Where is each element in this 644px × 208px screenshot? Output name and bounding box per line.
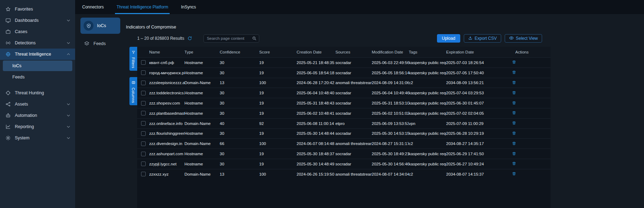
ioc-creation-date: 2024-06-28 17:20:42 <box>297 81 335 85</box>
delete-icon[interactable] <box>512 141 516 146</box>
row-checkbox[interactable] <box>141 101 146 106</box>
sidebar-item-threat-hunting[interactable]: Threat Hunting <box>0 87 75 99</box>
export-csv-button[interactable]: Export CSV <box>464 34 501 43</box>
sidebar-item-detections[interactable]: Detections <box>0 37 75 49</box>
table-row[interactable]: zzzsleepisnicezzz.ar Domain-Name 13 100 … <box>137 78 551 88</box>
sidebar-item-system[interactable]: System <box>0 132 75 144</box>
ioc-type: Hostname <box>184 162 220 166</box>
row-checkbox[interactable] <box>141 131 146 136</box>
subnav-item-iocs[interactable]: IoCs <box>80 18 120 34</box>
ioc-creation-date: 2025-05-30 18:48:37 <box>297 152 335 156</box>
table-row[interactable]: zzz.onlineface.info Domain-Name 40 92 20… <box>137 118 551 128</box>
refresh-icon[interactable] <box>187 36 192 41</box>
ioc-confidence: 13 <box>220 172 259 176</box>
column-header-modification-date: Modification Date <box>372 50 409 54</box>
table-row[interactable]: zzz.plantbasedmaste Hostname 30 19 2025-… <box>137 108 551 118</box>
row-checkbox[interactable] <box>141 60 146 65</box>
row-checkbox-cell <box>137 131 149 136</box>
table-row[interactable]: квант-спб.рф Hostname 30 19 2025-05-21 1… <box>137 57 551 68</box>
row-checkbox[interactable] <box>141 172 146 176</box>
sidebar-item-reporting[interactable]: Reporting <box>0 121 75 132</box>
column-header-expiration-date: Expiration Date <box>446 50 509 54</box>
sidebar-item-favorites[interactable]: Favorites <box>0 4 75 15</box>
ioc-modification-date: 2025-06-04 10:49:46 <box>372 91 409 95</box>
tab-connectors[interactable]: Connectors <box>76 0 110 14</box>
filters-tab[interactable]: Filters <box>129 47 137 71</box>
ioc-score: 100 <box>259 81 297 85</box>
delete-icon[interactable] <box>512 111 516 115</box>
ioc-name: zzxxzz.xyz <box>149 172 184 176</box>
table-row[interactable]: zzz.shopesv.com Hostname 30 19 2025-05-3… <box>137 98 551 108</box>
select-view-button[interactable]: Select View <box>505 34 542 43</box>
upload-button-label: Upload <box>442 36 455 41</box>
delete-icon[interactable] <box>512 171 516 176</box>
delete-icon[interactable] <box>512 60 516 64</box>
table-row[interactable]: город-мичуринск.рф Hostname 30 19 2025-0… <box>137 68 551 78</box>
row-checkbox[interactable] <box>141 111 146 115</box>
table-row[interactable]: zzz.flourishinggreens Hostname 30 19 202… <box>137 128 551 139</box>
table-row[interactable]: zzz.divendesign.in Domain-Name 66 100 20… <box>137 138 551 149</box>
ioc-expiration-date: 2025-06-30 01:45:07 <box>446 101 509 105</box>
ioc-score: 19 <box>259 101 297 105</box>
columns-tab[interactable]: Columns <box>129 77 137 106</box>
table-body: квант-спб.рф Hostname 30 19 2025-05-21 1… <box>137 57 551 179</box>
delete-icon[interactable] <box>512 151 516 156</box>
ioc-tags: kaspersky public requ <box>409 111 446 115</box>
sidebar-item-label: Reporting <box>15 124 34 129</box>
ioc-creation-date: 2025-05-30 14:48:49 <box>297 162 335 166</box>
ioc-creation-date: 2025-06-04 10:48:40 <box>297 91 335 95</box>
tab-threat-intelligence-platform[interactable]: Threat Intelligence Platform <box>110 0 175 14</box>
sidebar-subitem-label: IoCs <box>12 63 22 68</box>
row-checkbox[interactable] <box>141 91 146 95</box>
sidebar-subitem-iocs[interactable]: IoCs <box>3 61 72 71</box>
delete-icon[interactable] <box>512 101 516 105</box>
upload-button[interactable]: Upload <box>437 34 460 43</box>
delete-icon[interactable] <box>512 121 516 125</box>
sidebar-item-threat-intelligence[interactable]: Threat Intelligence <box>0 49 75 60</box>
row-checkbox[interactable] <box>141 162 146 166</box>
ioc-type: Domain-Name <box>184 141 220 146</box>
ioc-tags: kaspersky public requ <box>409 162 446 166</box>
row-checkbox[interactable] <box>141 121 146 126</box>
table-row[interactable]: zzz.toddelectronics.c Hostname 30 19 202… <box>137 88 551 98</box>
delete-icon[interactable] <box>512 90 516 95</box>
sidebar: Favorites Dashboards Cases Detections <box>0 0 75 208</box>
app-window: Favorites Dashboards Cases Detections <box>0 0 644 208</box>
subnav: IoCs Feeds <box>75 14 125 208</box>
sidebar-item-cases[interactable]: Cases <box>0 26 75 37</box>
table-row[interactable]: zzz.ashunpart.com Hostname 30 19 2025-05… <box>137 149 551 159</box>
ioc-name: zzz.toddelectronics.c <box>149 91 184 95</box>
globe-icon <box>5 51 11 57</box>
ioc-confidence: 30 <box>220 91 259 95</box>
search-input[interactable] <box>207 36 252 40</box>
table-row[interactable]: zzxxzz.xyz Domain-Name 13 100 2024-06-26… <box>137 169 551 179</box>
column-header-type: Type <box>184 50 220 54</box>
delete-icon[interactable] <box>512 70 516 75</box>
delete-icon[interactable] <box>512 131 516 135</box>
ioc-type: Domain-Name <box>184 121 220 126</box>
row-checkbox[interactable] <box>141 70 146 75</box>
subnav-item-feeds[interactable]: Feeds <box>80 41 125 46</box>
delete-icon[interactable] <box>512 161 516 166</box>
delete-icon[interactable] <box>512 80 516 85</box>
ioc-modification-date: 2025-05-30 14:56:46 <box>372 162 409 166</box>
columns-tab-label: Columns <box>131 88 135 103</box>
shield-icon <box>84 21 93 31</box>
row-checkbox[interactable] <box>141 81 146 85</box>
chevron-down-icon <box>66 135 71 140</box>
sidebar-item-label: Detections <box>15 40 36 45</box>
sidebar-item-automation[interactable]: Automation <box>0 110 75 121</box>
row-checkbox[interactable] <box>141 152 146 156</box>
tab-insyncs[interactable]: InSyncs <box>175 0 202 14</box>
sidebar-item-assets[interactable]: Assets <box>0 99 75 110</box>
sidebar-item-dashboards[interactable]: Dashboards <box>0 15 75 26</box>
ioc-confidence: 66 <box>220 141 259 146</box>
ioc-score: 19 <box>259 91 297 95</box>
table-row[interactable]: zzypjl.lygcc.net Hostname 30 19 2025-05-… <box>137 159 551 169</box>
row-actions <box>509 101 551 106</box>
ioc-type: Hostname <box>184 71 220 75</box>
ioc-tags: kaspersky public requ <box>409 91 446 95</box>
sidebar-subitem-feeds[interactable]: Feeds <box>3 72 72 82</box>
ioc-modification-date: 2025-05-30 18:49:21 <box>372 152 409 156</box>
row-checkbox[interactable] <box>141 141 146 146</box>
